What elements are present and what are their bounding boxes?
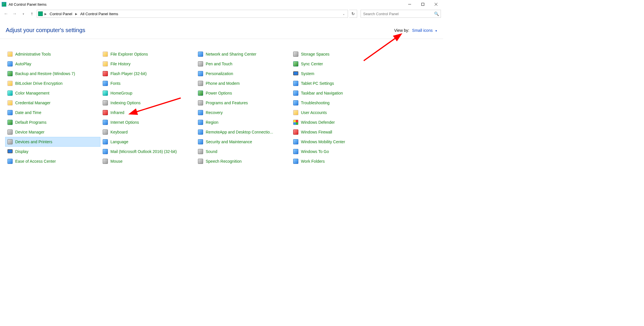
item-label: Date and Time: [15, 110, 41, 115]
control-panel-item[interactable]: Flash Player (32-bit): [100, 69, 196, 78]
control-panel-item[interactable]: Programs and Features: [196, 98, 291, 108]
control-panel-item[interactable]: Pen and Touch: [196, 59, 291, 69]
control-panel-item[interactable]: Phone and Modem: [196, 78, 291, 88]
control-panel-item[interactable]: Region: [196, 117, 291, 127]
navigation-bar: ← → ▾ ↑ ▶ Control Panel ▶ All Control Pa…: [0, 9, 443, 19]
address-dropdown-button[interactable]: ⌄: [341, 12, 347, 15]
item-label: BitLocker Drive Encryption: [15, 81, 63, 86]
refresh-button[interactable]: ↻: [349, 10, 357, 18]
item-label: Windows To Go: [301, 149, 329, 154]
control-panel-item[interactable]: Windows Mobility Center: [291, 137, 386, 147]
control-panel-item[interactable]: Mouse: [100, 156, 196, 166]
control-panel-item[interactable]: File Explorer Options: [100, 49, 196, 59]
device-manager-icon: [7, 129, 13, 135]
item-label: HomeGroup: [110, 91, 132, 95]
forward-button[interactable]: →: [11, 10, 18, 17]
control-panel-item[interactable]: User Accounts: [291, 108, 386, 117]
control-panel-item[interactable]: Ease of Access Center: [5, 156, 100, 166]
control-panel-item[interactable]: File History: [100, 59, 196, 69]
control-panel-item[interactable]: Indexing Options: [100, 98, 196, 108]
control-panel-item[interactable]: BitLocker Drive Encryption: [5, 78, 100, 88]
control-panel-item[interactable]: Security and Maintenance: [196, 137, 291, 147]
control-panel-item[interactable]: AutoPlay: [5, 59, 100, 69]
breadcrumb-root[interactable]: Control Panel: [48, 11, 73, 17]
control-panel-item[interactable]: Troubleshooting: [291, 98, 386, 108]
item-label: Mail (Microsoft Outlook 2016) (32-bit): [110, 149, 177, 154]
control-panel-item[interactable]: Sync Center: [291, 59, 386, 69]
indexing-options-icon: [102, 100, 108, 106]
control-panel-item[interactable]: RemoteApp and Desktop Connectio...: [196, 127, 291, 137]
item-label: Network and Sharing Center: [206, 52, 256, 56]
control-panel-item[interactable]: Fonts: [100, 78, 196, 88]
close-button[interactable]: [429, 0, 443, 9]
control-panel-icon: [38, 11, 43, 16]
storage-spaces-icon: [293, 51, 299, 57]
control-panel-item[interactable]: Devices and Printers: [5, 137, 100, 147]
item-label: File History: [110, 62, 131, 66]
control-panel-items: Administrative ToolsFile Explorer Option…: [0, 39, 443, 172]
control-panel-item[interactable]: Default Programs: [5, 117, 100, 127]
view-by-dropdown[interactable]: Small icons ▼: [412, 28, 437, 33]
tablet-pc-settings-icon: [293, 80, 299, 86]
item-label: Display: [15, 149, 28, 154]
control-panel-item[interactable]: Keyboard: [100, 127, 196, 137]
minimize-button[interactable]: [403, 0, 416, 9]
control-panel-item[interactable]: Infrared: [100, 108, 196, 117]
search-input[interactable]: [363, 11, 434, 16]
control-panel-item[interactable]: Tablet PC Settings: [291, 78, 386, 88]
windows-defender-icon: [293, 119, 299, 125]
control-panel-item[interactable]: Windows To Go: [291, 147, 386, 156]
control-panel-item[interactable]: Device Manager: [5, 127, 100, 137]
item-label: Administrative Tools: [15, 52, 51, 56]
control-panel-item[interactable]: Windows Defender: [291, 117, 386, 127]
work-folders-icon: [293, 158, 299, 164]
search-box[interactable]: 🔍: [361, 10, 441, 18]
item-label: Infrared: [110, 110, 124, 115]
item-label: Work Folders: [301, 159, 325, 164]
address-bar[interactable]: ▶ Control Panel ▶ All Control Panel Item…: [37, 10, 348, 18]
control-panel-item[interactable]: Mail (Microsoft Outlook 2016) (32-bit): [100, 147, 196, 156]
item-label: Phone and Modem: [206, 81, 240, 86]
control-panel-item[interactable]: Sound: [196, 147, 291, 156]
personalization-icon: [198, 71, 203, 76]
breadcrumb-current[interactable]: All Control Panel Items: [79, 11, 119, 17]
control-panel-item[interactable]: Windows Firewall: [291, 127, 386, 137]
control-panel-item[interactable]: Power Options: [196, 88, 291, 98]
control-panel-item[interactable]: Backup and Restore (Windows 7): [5, 69, 100, 78]
programs-and-features-icon: [198, 100, 203, 106]
recovery-icon: [198, 110, 203, 115]
control-panel-item[interactable]: Network and Sharing Center: [196, 49, 291, 59]
bitlocker-drive-encryption-icon: [7, 80, 13, 86]
control-panel-item[interactable]: Credential Manager: [5, 98, 100, 108]
file-history-icon: [102, 61, 108, 67]
control-panel-item[interactable]: Display: [5, 147, 100, 156]
control-panel-item[interactable]: Taskbar and Navigation: [291, 88, 386, 98]
control-panel-item[interactable]: Work Folders: [291, 156, 386, 166]
control-panel-app-icon: [2, 2, 6, 7]
control-panel-item[interactable]: Date and Time: [5, 108, 100, 117]
back-button[interactable]: ←: [2, 10, 10, 17]
view-by-label: View by:: [394, 28, 409, 33]
control-panel-item[interactable]: HomeGroup: [100, 88, 196, 98]
control-panel-item[interactable]: Speech Recognition: [196, 156, 291, 166]
fonts-icon: [102, 80, 108, 86]
control-panel-item[interactable]: Language: [100, 137, 196, 147]
flash-player-32-bit-icon: [102, 71, 108, 76]
breadcrumb-separator-icon[interactable]: ▶: [75, 12, 78, 15]
control-panel-item[interactable]: Storage Spaces: [291, 49, 386, 59]
control-panel-item[interactable]: Personalization: [196, 69, 291, 78]
control-panel-item[interactable]: System: [291, 69, 386, 78]
control-panel-item[interactable]: Internet Options: [100, 117, 196, 127]
up-button[interactable]: ↑: [28, 10, 36, 17]
item-label: Region: [206, 120, 218, 125]
search-icon[interactable]: 🔍: [434, 11, 439, 16]
control-panel-item[interactable]: Color Management: [5, 88, 100, 98]
maximize-button[interactable]: [416, 0, 429, 9]
item-label: Speech Recognition: [206, 159, 242, 164]
breadcrumb-separator-icon[interactable]: ▶: [44, 12, 47, 15]
control-panel-item[interactable]: Recovery: [196, 108, 291, 117]
control-panel-item[interactable]: Administrative Tools: [5, 49, 100, 59]
item-label: Device Manager: [15, 130, 44, 134]
recent-locations-button[interactable]: ▾: [20, 10, 27, 17]
item-label: AutoPlay: [15, 62, 31, 66]
